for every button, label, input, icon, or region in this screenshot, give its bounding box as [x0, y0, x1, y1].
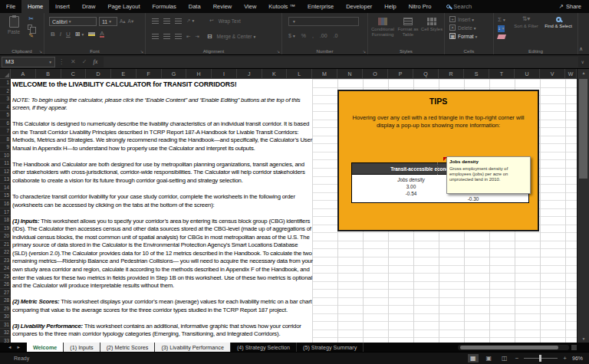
row-header-29[interactable]: 29: [0, 305, 11, 313]
column-header-M[interactable]: M: [312, 69, 337, 79]
column-header-I[interactable]: I: [212, 69, 237, 79]
row-header-18[interactable]: 18: [0, 216, 11, 225]
format-cells-button[interactable]: ▦ Format: [449, 33, 477, 39]
share-button[interactable]: ↗ Share: [559, 0, 581, 13]
ribbon-tab-data[interactable]: Data: [183, 0, 207, 13]
row-header-22[interactable]: 22: [0, 248, 11, 257]
comma-style-icon[interactable]: ,: [312, 33, 314, 38]
row-header-6[interactable]: 6: [0, 120, 11, 128]
row-header-19[interactable]: 19: [0, 225, 11, 233]
orientation-icon[interactable]: ↗: [186, 18, 194, 24]
number-format-select[interactable]: [288, 17, 359, 26]
sheet-tab-3-livability-performance[interactable]: (3) Livability Performance: [155, 343, 231, 352]
ribbon-tab-nitro-pro[interactable]: Nitro Pro: [403, 0, 438, 13]
insert-function-icon[interactable]: fx: [93, 58, 97, 65]
row-header-8[interactable]: 8: [0, 136, 11, 144]
merge-center-icon[interactable]: ⊟: [207, 33, 212, 40]
align-middle-icon[interactable]: [163, 18, 170, 24]
clipboard-dialog-launcher-icon[interactable]: ↘: [39, 49, 42, 54]
row-header-4[interactable]: 4: [0, 103, 11, 112]
currency-format-icon[interactable]: $: [288, 33, 295, 38]
normal-view-icon[interactable]: ▦: [468, 354, 479, 362]
collapse-ribbon-icon[interactable]: ∧: [579, 46, 583, 52]
cut-icon[interactable]: ✂: [28, 15, 34, 22]
ribbon-tab-developer[interactable]: Developer: [340, 0, 378, 13]
cell-styles-button[interactable]: Cell Styles: [420, 16, 443, 37]
zoom-out-icon[interactable]: −: [515, 355, 519, 362]
column-header-A[interactable]: A: [11, 69, 36, 79]
delete-cells-button[interactable]: ✕ Delete: [449, 25, 477, 31]
column-header-O[interactable]: O: [363, 69, 388, 79]
increase-decimal-icon[interactable]: .00: [320, 33, 327, 38]
name-box[interactable]: M3: [2, 57, 55, 67]
column-header-J[interactable]: J: [237, 69, 262, 79]
italic-button[interactable]: I: [60, 31, 61, 38]
decrease-indent-icon[interactable]: ⇤: [186, 34, 190, 40]
column-header-T[interactable]: T: [489, 69, 515, 79]
row-header-1[interactable]: 1: [0, 79, 11, 87]
formula-input[interactable]: [104, 57, 577, 67]
row-header-30[interactable]: 30: [0, 313, 11, 321]
sheet-tab-1-inputs[interactable]: (1) Inputs: [64, 343, 100, 352]
ribbon-tab-file[interactable]: File: [0, 0, 21, 13]
column-header-N[interactable]: N: [337, 69, 363, 79]
sheet-nav-right-icon[interactable]: ►: [16, 345, 20, 349]
row-header-31[interactable]: 31: [0, 321, 11, 330]
percent-style-icon[interactable]: %: [301, 33, 306, 38]
column-header-V[interactable]: V: [540, 69, 565, 79]
row-header-28[interactable]: 28: [0, 297, 11, 305]
ribbon-tab-help[interactable]: Help: [378, 0, 402, 13]
format-as-table-button[interactable]: Format as Table: [396, 16, 420, 37]
grow-font-icon[interactable]: A▴: [120, 18, 126, 25]
autosum-icon[interactable]: Σ: [498, 16, 505, 23]
align-left-icon[interactable]: [152, 34, 159, 39]
row-header-25[interactable]: 25: [0, 273, 11, 281]
find-select-button[interactable]: Find & Select: [543, 15, 574, 29]
format-painter-icon[interactable]: ✎: [28, 33, 34, 39]
page-break-view-icon[interactable]: ◫: [499, 354, 510, 362]
insert-cells-button[interactable]: + Insert: [449, 16, 477, 22]
fill-icon[interactable]: ↓: [498, 25, 505, 32]
vertical-scrollbar[interactable]: ▲ ▼: [577, 69, 589, 343]
ribbon-tab-home[interactable]: Home: [21, 0, 49, 13]
row-header-14[interactable]: 14: [0, 184, 11, 192]
row-header-7[interactable]: 7: [0, 127, 11, 136]
column-header-W[interactable]: W: [565, 69, 577, 79]
worksheet-grid[interactable]: WELCOME to the LIVABILITY CALCULATOR for…: [11, 79, 577, 343]
decrease-decimal-icon[interactable]: .0: [334, 33, 338, 38]
column-header-B[interactable]: B: [36, 69, 61, 79]
wrap-text-label[interactable]: Wrap Text: [219, 18, 241, 24]
align-top-icon[interactable]: [152, 18, 159, 24]
increase-indent-icon[interactable]: ⇥: [195, 34, 199, 40]
row-header-20[interactable]: 20: [0, 232, 11, 241]
column-header-U[interactable]: U: [515, 69, 540, 79]
borders-icon[interactable]: ⊞: [75, 31, 84, 38]
font-dialog-launcher-icon[interactable]: ↘: [140, 49, 143, 54]
column-header-S[interactable]: S: [464, 69, 489, 79]
row-header-15[interactable]: 15: [0, 192, 11, 200]
scroll-down-icon[interactable]: ▼: [577, 336, 589, 341]
row-header-27[interactable]: 27: [0, 289, 11, 297]
number-dialog-launcher-icon[interactable]: ↘: [363, 49, 366, 54]
column-header-L[interactable]: L: [287, 69, 312, 79]
row-header-2[interactable]: 2: [0, 87, 11, 96]
row-header-26[interactable]: 26: [0, 280, 11, 289]
column-header-K[interactable]: K: [262, 69, 288, 79]
page-layout-view-icon[interactable]: ▣: [484, 354, 495, 362]
row-header-16[interactable]: 16: [0, 200, 11, 208]
column-header-R[interactable]: R: [439, 69, 464, 79]
row-header-9[interactable]: 9: [0, 143, 11, 152]
column-header-E[interactable]: E: [111, 69, 137, 79]
column-header-P[interactable]: P: [388, 69, 413, 79]
align-right-icon[interactable]: [175, 34, 182, 39]
align-bottom-icon[interactable]: [175, 18, 182, 24]
enter-icon[interactable]: ✓: [82, 58, 87, 65]
merge-center-label[interactable]: Merge & Center: [217, 34, 256, 39]
row-header-21[interactable]: 21: [0, 241, 11, 249]
font-color-icon[interactable]: A: [100, 31, 104, 38]
alignment-dialog-launcher-icon[interactable]: ↘: [277, 49, 280, 54]
row-header-11[interactable]: 11: [0, 159, 11, 168]
ribbon-tab-formulas[interactable]: Formulas: [146, 0, 183, 13]
row-header-3[interactable]: 3: [0, 95, 11, 103]
ribbon-tab-kutools[interactable]: Kutools ™: [262, 0, 301, 13]
